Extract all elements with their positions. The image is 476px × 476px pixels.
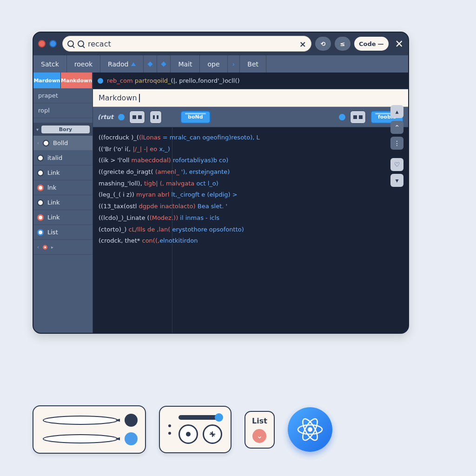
dot-icon[interactable]: [339, 114, 345, 120]
search-input[interactable]: [88, 40, 296, 48]
dot-icon: [168, 432, 171, 435]
outline-link-3[interactable]: Link: [33, 195, 93, 210]
tab-5[interactable]: Bet: [240, 55, 266, 73]
action-pill-2[interactable]: ≤: [335, 37, 350, 51]
collapse-up-icon[interactable]: ▴: [390, 105, 403, 118]
side-item-0[interactable]: prapet: [33, 88, 93, 103]
pen-icon-1[interactable]: [41, 415, 120, 425]
tab-2[interactable]: Radod: [100, 55, 144, 73]
tool-group-2[interactable]: [150, 111, 162, 124]
app-window: × ⟲ ≤ Code— ✕ Satck roeok Radod Mait ope…: [33, 32, 409, 334]
outline-link-1[interactable]: Link: [33, 165, 93, 180]
tab-bar: Satck roeok Radod Mait ope › Bet: [33, 55, 408, 73]
outline-link-4[interactable]: Link: [33, 210, 93, 225]
action-pill-1[interactable]: ⟲: [315, 37, 331, 51]
expand-icon[interactable]: ⌄: [252, 429, 266, 443]
slider-1[interactable]: [178, 415, 220, 420]
heart-icon[interactable]: ♡: [390, 158, 403, 171]
markdown-input[interactable]: Markdown: [93, 89, 408, 107]
tab-chevron[interactable]: ›: [228, 55, 240, 73]
tool-group-3[interactable]: [350, 111, 366, 124]
svg-point-8: [43, 435, 118, 443]
list-card: List ⌄: [245, 411, 275, 449]
dot-icon[interactable]: [118, 114, 125, 120]
tab-1[interactable]: roeok: [67, 55, 100, 73]
status-dot-icon: [98, 78, 103, 84]
main-pane: reb_com partroqoild_(|, prello,fonord'_)…: [93, 73, 408, 333]
color-black-icon[interactable]: [125, 414, 138, 427]
search-bar[interactable]: ×: [62, 36, 311, 52]
dial-2[interactable]: [203, 424, 222, 444]
more-icon[interactable]: ⋮: [390, 137, 403, 150]
close-dot[interactable]: [38, 40, 46, 47]
pen-card: [33, 405, 146, 454]
outline-bold[interactable]: ‹Bolld: [33, 136, 93, 151]
side-item-1[interactable]: ropl: [33, 103, 93, 118]
search-icon: [78, 40, 84, 47]
sidebar: Mardown Mankdown prapet ropl ▾ Bory ‹Bol…: [33, 73, 93, 333]
outline-link-2[interactable]: lnk: [33, 180, 93, 195]
outline-italic[interactable]: italid: [33, 151, 93, 165]
tab-3[interactable]: Mait: [171, 55, 200, 73]
status-line: reb_com partroqoild_(|, prello,fonord'_)…: [93, 73, 408, 89]
tab-4[interactable]: ope: [200, 55, 227, 73]
subtab-1[interactable]: Mankdown: [61, 73, 93, 88]
outline-header: ▾ Bory: [33, 123, 93, 136]
color-blue-icon[interactable]: [125, 432, 138, 445]
pen-icon-2[interactable]: [41, 434, 120, 444]
dropdown-icon[interactable]: ▾: [390, 174, 403, 187]
svg-point-16: [308, 427, 312, 432]
outline-list[interactable]: List: [33, 225, 93, 240]
caret-icon[interactable]: ▾: [36, 127, 39, 132]
bottom-row: List ⌄: [33, 405, 448, 454]
dial-1[interactable]: [178, 424, 198, 444]
right-gutter: ▴ ⌃ ⋮ ♡ ▾: [390, 105, 403, 187]
min-dot[interactable]: [49, 40, 57, 47]
search-icon: [67, 40, 74, 47]
react-logo-icon[interactable]: [288, 407, 332, 452]
tab-shape-2[interactable]: [157, 55, 171, 73]
subtab-0[interactable]: Mardown: [33, 73, 61, 88]
list-label: List: [252, 416, 267, 425]
code-editor[interactable]: ((focrduck )_((lLonas = mralc_can ogeofi…: [93, 127, 408, 333]
dot-icon: [168, 424, 171, 427]
traffic-lights: [38, 40, 57, 47]
tab-0[interactable]: Satck: [33, 55, 67, 73]
control-card: [159, 406, 231, 453]
scroll-up-icon[interactable]: ⌃: [390, 121, 403, 134]
svg-point-6: [43, 416, 118, 424]
tool-group-1[interactable]: [129, 111, 145, 124]
clear-icon[interactable]: ×: [299, 39, 306, 49]
titlebar: × ⟲ ≤ Code— ✕: [33, 33, 408, 55]
tab-shape-1[interactable]: [144, 55, 157, 73]
code-pill[interactable]: Code—: [354, 37, 389, 51]
window-close-icon[interactable]: ✕: [395, 38, 403, 50]
bold-button[interactable]: boNd: [180, 111, 211, 124]
format-toolbar: (rtut boNd fooble: [93, 107, 408, 127]
outline-more[interactable]: ‹▸: [33, 240, 93, 255]
